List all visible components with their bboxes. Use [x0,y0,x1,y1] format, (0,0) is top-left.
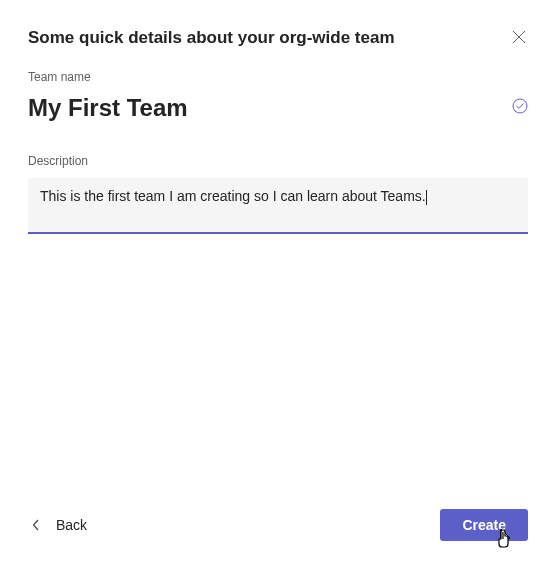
close-button[interactable] [510,28,528,46]
close-icon [512,30,526,44]
create-team-dialog: Some quick details about your org-wide t… [0,0,556,561]
spacer [28,234,528,497]
create-button[interactable]: Create [440,509,528,541]
description-field[interactable]: This is the first team I am creating so … [28,178,528,234]
svg-point-2 [513,99,527,113]
text-cursor-icon [426,190,427,205]
dialog-header: Some quick details about your org-wide t… [28,28,528,48]
team-name-label: Team name [28,70,528,84]
back-label: Back [56,517,87,533]
chevron-left-icon [32,519,40,531]
back-button[interactable]: Back [28,511,91,539]
valid-check-icon [512,98,528,118]
team-name-row: My First Team [28,94,528,122]
description-text: This is the first team I am creating so … [40,188,426,204]
description-label: Description [28,154,528,168]
team-name-field[interactable]: My First Team [28,94,188,122]
dialog-footer: Back Create [28,497,528,541]
dialog-title: Some quick details about your org-wide t… [28,28,395,48]
